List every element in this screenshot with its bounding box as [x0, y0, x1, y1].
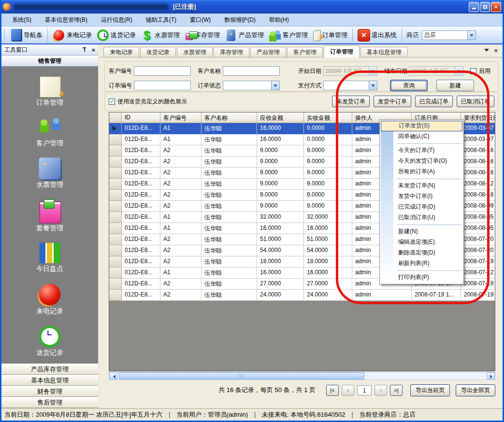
export-all-pages-button[interactable]: 导出全部页	[456, 384, 495, 396]
scroll-right-icon[interactable]	[487, 372, 495, 380]
end-date-picker[interactable]: 2009年 6月 8日	[409, 66, 463, 76]
table-row[interactable]: 012D-E8...A2伍华聪24.000024.0000admin2008-0…	[109, 290, 495, 301]
tab-item[interactable]: 客户管理	[287, 47, 323, 57]
scroll-left-icon[interactable]	[109, 372, 117, 380]
order-filter-button[interactable]: 未发货订单	[332, 96, 370, 107]
context-menu-item[interactable]: 刷新列表(R)	[381, 258, 462, 269]
toolbar-button[interactable]: 订单管理	[310, 28, 350, 42]
chevron-down-icon[interactable]	[455, 67, 463, 75]
column-header[interactable]: 应收金额	[257, 113, 304, 123]
customer-no-input[interactable]	[134, 66, 191, 76]
chevron-down-icon[interactable]	[369, 67, 377, 75]
column-header[interactable]: ID	[122, 113, 160, 123]
page-number-input[interactable]: 1	[357, 385, 372, 395]
order-filter-button[interactable]: 已取消订单	[457, 96, 494, 107]
row-selector-cell[interactable]	[109, 256, 122, 267]
toolbar-button[interactable]: 退出系统	[355, 28, 399, 42]
toolbar-button[interactable]: 库存管理	[182, 29, 222, 41]
sidebar-item[interactable]: 来电记录	[36, 285, 63, 316]
pin-icon[interactable]	[82, 47, 87, 53]
menu-item[interactable]: 运行信息(R)	[95, 14, 138, 26]
horizontal-scrollbar[interactable]	[109, 372, 495, 380]
row-selector-cell[interactable]	[109, 134, 122, 145]
sidebar-group-button[interactable]: 基本信息管理	[1, 375, 98, 386]
start-date-picker[interactable]: 2009年 6月 8日	[323, 66, 377, 76]
column-header[interactable]: 客户名称	[202, 113, 257, 123]
row-selector-cell[interactable]	[109, 168, 122, 179]
enable-date-checkbox[interactable]	[470, 68, 476, 74]
tab-item[interactable]: 来电记录	[103, 47, 139, 57]
column-header[interactable]: 要求到货日期	[461, 113, 495, 123]
tab-item[interactable]: 产品管理	[250, 47, 286, 57]
toolbar-button[interactable]: 送货记录	[94, 28, 138, 42]
menu-item[interactable]: 帮助(H)	[263, 14, 295, 26]
store-select[interactable]: 总店	[422, 30, 476, 40]
chevron-down-icon[interactable]	[271, 81, 279, 90]
row-selector-cell[interactable]	[109, 179, 122, 190]
sidebar-item[interactable]: 水票管理	[36, 159, 63, 189]
first-page-button[interactable]: |<	[326, 385, 339, 396]
column-header[interactable]: 实收金额	[304, 113, 352, 123]
context-menu-item[interactable]: 删除选定项(D)	[381, 248, 462, 258]
tab-item[interactable]: 水票管理	[177, 47, 213, 57]
tab-close-icon[interactable]: ×	[494, 47, 498, 54]
context-menu-item[interactable]: 未发货订单(N)	[381, 181, 462, 191]
sidebar-item[interactable]: 今日盘点	[36, 244, 63, 273]
context-menu-item[interactable]: 新建(N)	[381, 226, 462, 237]
menu-item[interactable]: 系统(S)	[6, 14, 37, 26]
export-current-page-button[interactable]: 导出当前页	[410, 384, 450, 396]
tab-list-dropdown-icon[interactable]	[484, 49, 489, 54]
tab-item[interactable]: 库存管理	[214, 47, 249, 57]
new-button[interactable]: 新建	[436, 80, 474, 91]
context-menu-item[interactable]: 今天的发货订单(O)	[381, 156, 462, 167]
last-page-button[interactable]: >|	[390, 385, 403, 396]
order-status-select[interactable]	[223, 81, 280, 90]
order-filter-button[interactable]: 已完成订单	[415, 96, 453, 107]
row-selector-cell[interactable]	[109, 156, 122, 168]
context-menu-item[interactable]: 今天的订单(T)	[381, 145, 462, 156]
tab-item[interactable]: 送货记录	[140, 47, 176, 57]
column-header[interactable]: 客户编号	[160, 113, 202, 123]
sidebar-item[interactable]: 套餐管理	[36, 201, 63, 233]
driver-color-checkbox[interactable]	[109, 98, 115, 105]
context-menu-item[interactable]: 已完成订单(D)	[381, 202, 462, 212]
row-selector-cell[interactable]	[109, 223, 122, 234]
sidebar-item[interactable]: 送货记录	[36, 327, 63, 357]
menu-item[interactable]: 辅助工具(T)	[140, 14, 182, 26]
context-menu-item[interactable]: 打印列表(P)	[381, 272, 462, 283]
toolbar-button[interactable]: 客户管理	[266, 28, 310, 42]
context-menu-item[interactable]: 编辑选定项(E)	[381, 237, 462, 248]
row-selector-cell[interactable]	[109, 245, 122, 256]
menu-item[interactable]: 数据维护(D)	[218, 14, 261, 26]
sidebar-group-button[interactable]: 产品库存管理	[1, 364, 98, 375]
row-selector-cell[interactable]	[109, 190, 122, 201]
row-selector-cell[interactable]	[109, 212, 122, 223]
pay-method-select[interactable]	[323, 81, 377, 90]
sidebar-item[interactable]: 客户管理	[36, 119, 63, 148]
sidebar-group-button[interactable]: 财务管理	[1, 386, 98, 397]
sidebar-item[interactable]: 订单管理	[36, 77, 63, 107]
scrollbar-thumb[interactable]	[119, 372, 364, 380]
context-menu-item[interactable]: 所有的订单(A)	[381, 167, 462, 177]
chevron-down-icon[interactable]	[467, 31, 475, 40]
toolbar-button[interactable]: 水票管理	[138, 28, 182, 42]
menu-item[interactable]: 基本信息管理(B)	[39, 14, 93, 26]
context-menu-item[interactable]: 发货中订单(I)	[381, 191, 462, 202]
row-selector-cell[interactable]	[109, 279, 122, 290]
row-selector-cell[interactable]	[109, 290, 122, 301]
row-selector-cell[interactable]	[109, 234, 122, 245]
context-menu-item[interactable]: 已取消订单(U)	[381, 212, 462, 223]
row-selector-cell[interactable]	[109, 201, 122, 212]
toolbar-button[interactable]: 产品管理	[222, 28, 266, 42]
tool-window-close-icon[interactable]: ×	[91, 46, 95, 54]
minimize-button[interactable]	[469, 2, 479, 12]
order-filter-button[interactable]: 发货中订单	[374, 96, 411, 107]
context-menu-item[interactable]: 订单发货(S)	[381, 121, 462, 131]
close-button[interactable]: ×	[491, 2, 501, 12]
chevron-down-icon[interactable]	[369, 81, 377, 90]
row-selector-cell[interactable]	[109, 145, 122, 156]
maximize-button[interactable]	[480, 2, 490, 12]
sidebar-group-button[interactable]: 售后管理	[1, 397, 98, 408]
prev-page-button[interactable]: <	[342, 385, 354, 396]
customer-name-input[interactable]	[223, 66, 280, 76]
